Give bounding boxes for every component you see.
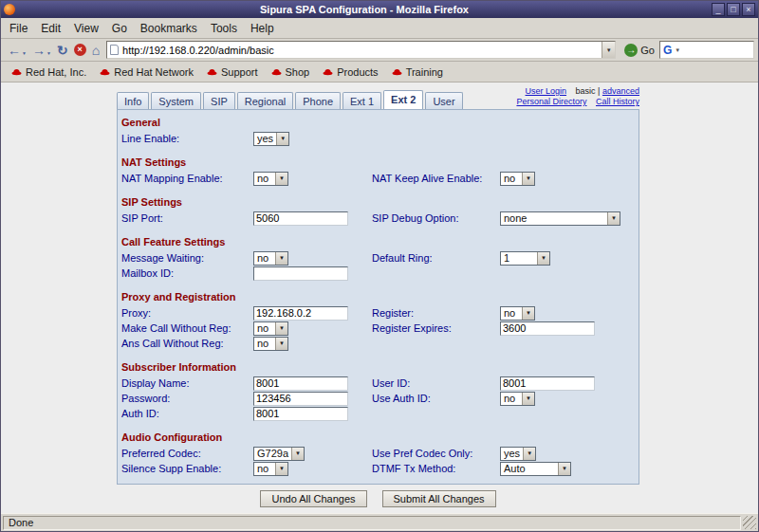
go-label: Go [640,45,655,56]
nat-mapping-enable-select[interactable]: no▼ [253,172,288,186]
form-row: Silence Supp Enable:no▼DTMF Tx Method:Au… [118,461,639,476]
make-call-without-reg-select[interactable]: no▼ [253,321,288,336]
bookmark-support[interactable]: Support [200,64,265,80]
browser-viewport: InfoSystemSIPRegionalPhoneExt 1Ext 2User… [1,83,758,513]
menu-item-edit[interactable]: Edit [34,19,67,38]
field-label: Password: [121,393,253,404]
line-enable-select[interactable]: yes▼ [253,132,289,146]
dropdown-arrow-icon: ▼ [291,448,304,460]
stop-icon: × [74,44,86,56]
default-ring-select[interactable]: 1▼ [500,251,550,266]
tab-info[interactable]: Info [117,92,149,109]
title-bar[interactable]: Sipura SPA Configuration - Mozilla Firef… [1,1,758,18]
bookmark-red-hat-inc[interactable]: Red Hat, Inc. [5,64,93,80]
tab-sip[interactable]: SIP [203,92,235,109]
close-button[interactable]: × [742,3,755,16]
forward-dropdown-icon[interactable]: ▼ [46,50,51,60]
bookmark-shop[interactable]: Shop [265,64,317,80]
bookmark-training[interactable]: Training [385,64,450,80]
url-bar[interactable]: ▼ [106,41,616,59]
back-dropdown-icon[interactable]: ▼ [22,50,27,60]
menu-item-tools[interactable]: Tools [204,19,244,38]
section-sip-settings: SIP SettingsSIP Port:SIP Debug Option:no… [118,186,639,226]
tab-system[interactable]: System [151,92,201,109]
auth-id-input[interactable] [253,407,348,421]
dropdown-arrow-icon: ▼ [275,252,287,265]
section-general: GeneralLine Enable:yes▼ [118,110,639,146]
user-id-input[interactable] [500,376,595,391]
field-label: Ans Call Without Reg: [121,338,253,349]
proxy-input[interactable] [253,306,348,321]
mailbox-id-input[interactable] [253,266,348,281]
call-history-link[interactable]: Call History [596,97,639,106]
search-input[interactable] [682,45,750,56]
dropdown-arrow-icon: ▼ [558,463,570,475]
register-select[interactable]: no▼ [500,306,535,321]
advanced-view-link[interactable]: advanced [602,86,639,96]
silence-supp-enable-select[interactable]: no▼ [253,462,288,476]
menu-item-view[interactable]: View [67,19,105,38]
form-row: Ans Call Without Reg:no▼ [118,336,639,351]
section-audio-configuration: Audio ConfigurationPreferred Codec:G729a… [118,421,639,476]
form-actions: Undo All Changes Submit All Changes [117,485,639,513]
user-login-link[interactable]: User Login [526,86,567,96]
login-links: User Login basic | advanced Personal Dir… [516,86,639,109]
section-title: NAT Settings [118,155,639,171]
field-label: Use Pref Codec Only: [372,448,500,459]
bookmark-red-hat-network[interactable]: Red Hat Network [93,64,200,80]
menu-bar: FileEditViewGoBookmarksToolsHelp [1,18,758,39]
menu-item-file[interactable]: File [3,19,34,38]
field-label: NAT Mapping Enable: [121,173,253,184]
minimize-button[interactable]: _ [712,3,725,16]
tab-user[interactable]: User [425,92,462,109]
use-auth-id-select[interactable]: no▼ [500,392,535,406]
menu-item-help[interactable]: Help [244,19,281,38]
section-title: Audio Configuration [118,430,639,446]
bookmark-products[interactable]: Products [316,64,384,80]
firefox-window: Sipura SPA Configuration - Mozilla Firef… [0,0,759,532]
menu-item-go[interactable]: Go [105,19,134,38]
tab-regional[interactable]: Regional [237,92,293,109]
tab-phone[interactable]: Phone [295,92,341,109]
ans-call-without-reg-select[interactable]: no▼ [253,337,288,351]
dtmf-tx-method-select[interactable]: Auto▼ [500,462,571,476]
display-name-input[interactable] [253,376,348,391]
search-engine-dropdown-icon[interactable]: ▼ [675,47,680,53]
forward-button[interactable]: → ▼ [29,41,54,60]
password-input[interactable] [253,392,348,406]
form-row: Mailbox ID: [118,266,639,281]
go-icon: → [624,44,638,57]
undo-all-changes-button[interactable]: Undo All Changes [260,490,366,507]
personal-directory-link[interactable]: Personal Directory [516,97,586,106]
dropdown-arrow-icon: ▼ [523,448,535,460]
sip-port-input[interactable] [253,211,348,226]
menu-item-bookmarks[interactable]: Bookmarks [134,19,204,38]
sip-debug-option-select[interactable]: none▼ [500,211,620,226]
tab-ext-2[interactable]: Ext 2 [383,90,423,109]
section-call-feature-settings: Call Feature SettingsMessage Waiting:no▼… [118,226,639,281]
back-button[interactable]: ← ▼ [5,41,29,60]
field-label: Preferred Codec: [121,448,253,459]
maximize-button[interactable]: □ [727,3,740,16]
url-input[interactable] [122,43,602,57]
resize-grip[interactable] [743,516,756,529]
go-button[interactable]: → Go [620,41,659,60]
register-expires-input[interactable] [500,321,595,336]
link-separator: | [598,86,600,96]
preferred-codec-select[interactable]: G729a▼ [253,447,305,461]
back-icon: ← [8,42,21,59]
url-dropdown-icon[interactable]: ▼ [602,42,615,58]
sipura-config-page: InfoSystemSIPRegionalPhoneExt 1Ext 2User… [117,86,639,513]
reload-button[interactable]: ↻ [54,41,71,60]
message-waiting-select[interactable]: no▼ [253,251,288,266]
tab-ext-1[interactable]: Ext 1 [342,92,381,109]
status-bar: Done [1,513,758,531]
stop-button[interactable]: × [71,41,89,60]
section-title: SIP Settings [118,194,639,211]
use-pref-codec-only-select[interactable]: yes▼ [500,447,536,461]
submit-all-changes-button[interactable]: Submit All Changes [382,490,496,507]
nat-keep-alive-enable-select[interactable]: no▼ [500,172,535,186]
home-button[interactable]: ⌂ [89,41,102,60]
search-box[interactable]: G ▼ [659,41,754,59]
red-hat-icon [100,67,110,76]
